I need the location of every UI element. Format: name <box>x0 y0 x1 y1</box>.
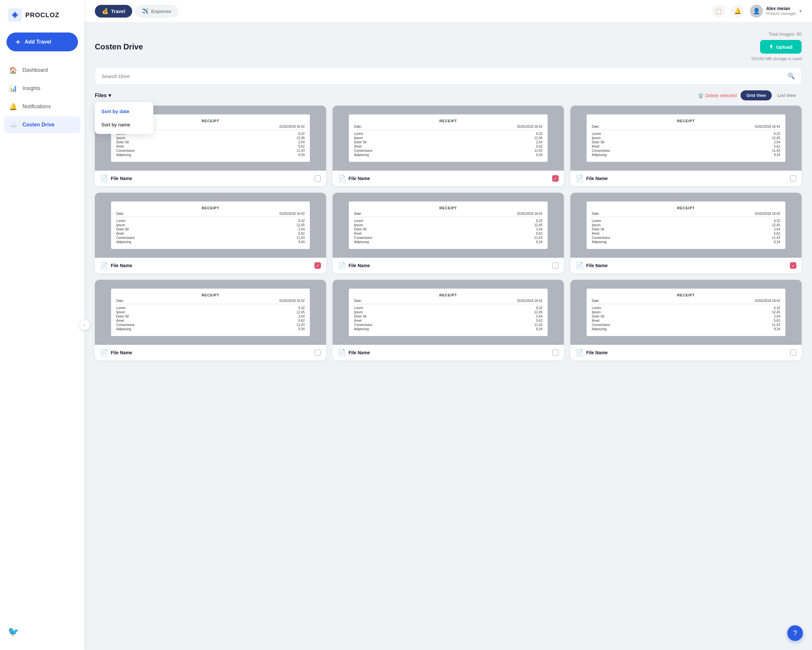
logo-text: PROCLOZ <box>25 11 60 19</box>
receipt-document: RECEIPT Date: 01/02/2018 16:42 Lorem6,32… <box>586 289 785 336</box>
file-name-area: 📄 File Name <box>100 262 132 269</box>
receipt-preview: RECEIPT Date: 01/02/2018 16:42 Lorem6,32… <box>95 193 326 258</box>
file-checkbox[interactable] <box>314 175 321 182</box>
file-type-icon: 📄 <box>338 349 346 356</box>
file-name-area: 📄 File Name <box>575 174 608 182</box>
receipt-preview: RECEIPT Date: 01/02/2018 16:42 Lorem6,32… <box>570 280 801 345</box>
main-area: 💰 Travel ✈️ Expense ⬚ 🔔 👤 Alex meian Pro… <box>84 0 812 650</box>
receipt-preview: RECEIPT Date: 01/02/2018 16:42 Lorem6,32… <box>95 280 326 345</box>
nav-items: 🏠 Dashboard 📊 Insights 🔔 Notifications ☁… <box>0 62 84 133</box>
plus-icon: ＋ <box>14 37 21 47</box>
file-card: RECEIPT Date: 01/02/2018 16:42 Lorem6,32… <box>570 193 801 273</box>
user-menu[interactable]: 👤 Alex meian Product manager ▾ <box>750 5 801 18</box>
file-card-footer: 📄 File Name ✓ <box>95 258 326 273</box>
file-checkbox[interactable]: ✓ <box>552 175 559 182</box>
user-role: Product manager <box>766 11 796 17</box>
file-checkbox[interactable]: ✓ <box>790 262 797 269</box>
receipt-preview: RECEIPT Date: 01/02/2018 16:42 Lorem6,32… <box>333 106 564 171</box>
file-checkbox[interactable] <box>790 175 797 182</box>
bell-icon: 🔔 <box>9 103 17 110</box>
file-name-label: File Name <box>586 176 608 181</box>
avatar: 👤 <box>750 5 763 18</box>
file-checkbox[interactable] <box>790 349 797 356</box>
file-name-area: 📄 File Name <box>338 349 370 356</box>
receipt-preview: RECEIPT Date: 01/02/2018 16:42 Lorem6,32… <box>570 106 801 171</box>
file-name-label: File Name <box>348 263 370 268</box>
file-name-area: 📄 File Name <box>575 349 608 356</box>
upload-button[interactable]: ⬆ Upload <box>760 40 801 54</box>
file-name-label: File Name <box>586 350 608 355</box>
file-type-icon: 📄 <box>575 174 584 182</box>
file-name-area: 📄 File Name <box>100 349 132 356</box>
receipt-document: RECEIPT Date: 01/02/2018 16:42 Lorem6,32… <box>586 202 785 249</box>
file-type-icon: 📄 <box>575 262 584 269</box>
topbar-tabs: 💰 Travel ✈️ Expense <box>95 5 178 18</box>
notification-bell-icon: 🔔 <box>734 8 741 15</box>
file-type-icon: 📄 <box>100 262 108 269</box>
notification-bell-button[interactable]: 🔔 <box>731 5 744 18</box>
delete-selected-button[interactable]: 🗑️ Delete selected <box>698 93 737 98</box>
storage-info: 50/100 MB storage is used <box>95 56 801 61</box>
chevron-down-icon: ▾ <box>799 8 801 14</box>
receipt-preview: RECEIPT Date: 01/02/2018 16:42 Lorem6,32… <box>333 280 564 345</box>
home-icon: 🏠 <box>9 66 17 74</box>
files-label[interactable]: Files ▾ <box>95 92 111 98</box>
file-checkbox[interactable] <box>552 349 559 356</box>
receipt-preview: RECEIPT Date: 01/02/2018 16:42 Lorem6,32… <box>333 193 564 258</box>
file-name-label: File Name <box>348 350 370 355</box>
file-type-icon: 📄 <box>100 174 108 182</box>
drive-title: Costen Drive <box>95 42 143 51</box>
sidebar-bottom: 🐦 <box>0 621 84 642</box>
chevron-down-icon: ▾ <box>108 92 111 98</box>
tab-expense[interactable]: ✈️ Expense <box>135 5 178 18</box>
receipt-document: RECEIPT Date: 01/02/2018 16:42 Lorem6,32… <box>349 115 548 162</box>
sort-dropdown: Sort by date Sort by name <box>95 102 153 134</box>
file-card-footer: 📄 File Name <box>570 171 801 186</box>
file-checkbox[interactable] <box>552 262 559 269</box>
receipt-document: RECEIPT Date: 01/02/2018 16:42 Lorem6,32… <box>349 289 548 336</box>
add-travel-button[interactable]: ＋ Add Travel <box>6 32 78 51</box>
sort-by-date-option[interactable]: Sort by date <box>95 105 153 118</box>
cloud-icon: ☁️ <box>9 121 17 129</box>
file-name-area: 📄 File Name <box>100 174 132 182</box>
receipt-document: RECEIPT Date: 01/02/2018 16:42 Lorem6,32… <box>111 202 310 249</box>
receipt-document: RECEIPT Date: 01/02/2018 16:42 Lorem6,32… <box>349 202 548 249</box>
file-checkbox[interactable]: ✓ <box>314 262 321 269</box>
sidebar-item-insights[interactable]: 📊 Insights <box>4 80 81 97</box>
file-card-footer: 📄 File Name <box>95 345 326 361</box>
total-images: Total images: 80 <box>95 32 801 37</box>
file-card-footer: 📄 File Name ✓ <box>333 171 564 186</box>
grid-view-button[interactable]: Grid View <box>740 90 772 101</box>
file-card-footer: 📄 File Name <box>570 345 801 361</box>
sidebar-item-dashboard[interactable]: 🏠 Dashboard <box>4 62 81 79</box>
trash-icon: 🗑️ <box>698 93 704 98</box>
exit-button[interactable]: ⬚ <box>712 5 725 18</box>
tab-travel[interactable]: 💰 Travel <box>95 5 132 18</box>
file-card: RECEIPT Date: 01/02/2018 16:42 Lorem6,32… <box>95 193 326 273</box>
file-name-area: 📄 File Name <box>575 262 608 269</box>
view-toggle: Grid View List View <box>740 90 801 101</box>
file-name-label: File Name <box>111 350 132 355</box>
file-card: RECEIPT Date: 01/02/2018 16:42 Lorem6,32… <box>333 280 564 361</box>
sort-by-name-option[interactable]: Sort by name <box>95 118 153 131</box>
file-type-icon: 📄 <box>575 349 584 356</box>
help-button[interactable]: ? <box>787 625 803 641</box>
search-icon: 🔍 <box>788 72 795 80</box>
file-checkbox[interactable] <box>314 349 321 356</box>
list-view-button[interactable]: List View <box>772 90 801 101</box>
upload-icon: ⬆ <box>769 44 773 50</box>
sidebar-item-costen-drive[interactable]: ☁️ Costen Drive <box>4 116 81 133</box>
files-grid: RECEIPT Date: 01/02/2018 16:42 Lorem6,32… <box>95 106 801 361</box>
file-type-icon: 📄 <box>338 262 346 269</box>
file-name-area: 📄 File Name <box>338 174 370 182</box>
file-card-footer: 📄 File Name ✓ <box>570 258 801 273</box>
collapse-sidebar-button[interactable]: ‹ <box>79 320 90 330</box>
logo-area: PROCLOZ <box>0 8 84 32</box>
money-bag-icon: 💰 <box>102 8 108 14</box>
file-card: RECEIPT Date: 01/02/2018 16:42 Lorem6,32… <box>95 280 326 361</box>
bird-logo-icon: 🐦 <box>8 626 19 637</box>
receipt-document: RECEIPT Date: 01/02/2018 16:42 Lorem6,32… <box>111 289 310 336</box>
sidebar-item-notifications[interactable]: 🔔 Notifications <box>4 98 81 115</box>
search-input[interactable] <box>102 73 785 79</box>
file-name-label: File Name <box>111 176 132 181</box>
